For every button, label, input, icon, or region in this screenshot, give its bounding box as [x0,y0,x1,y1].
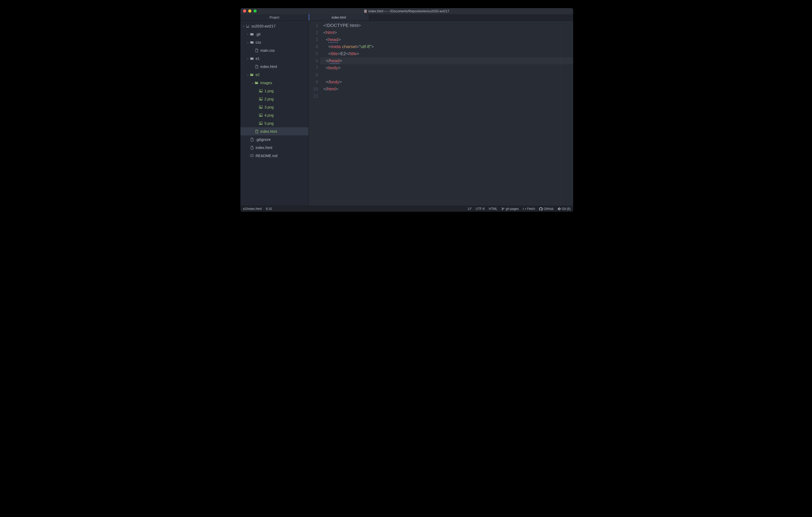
branch-icon [501,207,504,210]
editor-tabs[interactable]: index.html [309,14,573,21]
code-line[interactable]: <!DOCTYPE html> [323,22,573,29]
file-icon [250,138,254,142]
status-fetch-label: Fetch [527,207,535,211]
svg-point-5 [260,107,260,107]
status-lang[interactable]: HTML [489,207,498,211]
chevron-down-icon[interactable]: ⌄ [251,81,254,84]
code-line[interactable]: <html> [323,29,573,36]
folder-open-icon [250,73,254,77]
chevron-down-icon[interactable]: ⌄ [246,73,249,76]
maximize-icon[interactable] [254,9,257,12]
tree-label: e1 [256,57,260,61]
file-icon [250,146,254,150]
tree-label: images [260,81,272,85]
code-line[interactable] [323,71,573,79]
tree-5png[interactable]: 5.png [240,119,309,127]
status-branch-label: gh-pages [506,207,519,211]
tree-images[interactable]: ⌄images [240,79,309,87]
status-path[interactable]: e2/index.html [243,207,262,211]
sidebar: Project ⌄su2020-avt217›.git⌄cssmain.css⌄… [240,14,309,206]
tree-e1[interactable]: ⌄e1 [240,54,309,62]
close-icon[interactable] [243,9,246,12]
code-line[interactable]: <head> [323,36,573,43]
chevron-down-icon[interactable]: ⌄ [246,41,249,44]
tree-label: README.md [256,154,277,158]
fold-gutter [560,21,573,206]
status-git[interactable]: Git (6) [558,207,571,211]
code-line[interactable]: </body> [323,79,573,86]
git-icon [558,207,561,210]
tree-label: 4.png [264,113,273,117]
window-controls [243,9,257,12]
github-icon [539,207,543,211]
window-title: index.html — ~/Documents/Repositories/su… [368,9,450,13]
status-github-label: GitHub [544,207,553,211]
tree-css[interactable]: ⌄css [240,38,309,46]
gutter: 1234567891011 [309,21,320,206]
code-line[interactable]: </html> [323,86,573,93]
tree-2png[interactable]: 2.png [240,95,309,103]
chevron-down-icon[interactable]: ⌄ [246,57,249,60]
chevron-down-icon[interactable]: ⌄ [242,25,245,27]
tree-label: 5.png [264,121,273,125]
tree-root[interactable]: ⌄su2020-avt217 [240,22,309,30]
sync-icon [523,207,526,210]
tree-label: main.css [260,48,275,53]
title-text: index.html — ~/Documents/Repositories/su… [364,9,450,13]
tree-3png[interactable]: 3.png [240,103,309,111]
titlebar[interactable]: index.html — ~/Documents/Repositories/su… [240,8,573,14]
file-tree[interactable]: ⌄su2020-avt217›.git⌄cssmain.css⌄e1index.… [240,21,309,206]
tree-maincss[interactable]: main.css [240,46,309,54]
repo-icon [245,24,250,28]
editor-tab-index[interactable]: index.html [309,14,369,21]
active-line-highlight [320,57,573,64]
code-editor[interactable]: 1234567891011 <!DOCTYPE html><html> <hea… [309,21,573,206]
tree-label: index.html [260,65,277,69]
tree-gitignore[interactable]: .gitignore [240,135,309,144]
image-icon [259,89,263,93]
status-branch[interactable]: gh-pages [501,207,519,211]
tree-label: css [256,40,261,44]
image-icon [259,114,263,117]
tree-git[interactable]: ›.git [240,30,309,38]
status-github[interactable]: GitHub [539,207,553,211]
code-line[interactable]: <body> [323,64,573,71]
tree-label: 3.png [264,105,273,109]
file-icon [255,65,259,68]
book-icon [250,154,254,157]
tree-4png[interactable]: 4.png [240,111,309,119]
svg-point-7 [260,115,260,115]
tree-label: e2 [256,73,260,77]
tree-e2[interactable]: ⌄e2 [240,70,309,79]
editor-window: index.html — ~/Documents/Repositories/su… [240,8,573,212]
file-icon [255,49,259,52]
status-encoding[interactable]: UTF-8 [476,207,485,211]
image-icon [259,105,263,109]
file-icon [364,10,367,13]
image-icon [259,97,263,101]
editor-area: index.html 1234567891011 <!DOCTYPE html>… [309,14,573,206]
tree-label: index.html [260,129,277,133]
chevron-right-icon[interactable]: › [246,33,249,35]
sidebar-tab-project[interactable]: Project [240,14,309,21]
file-icon [255,130,259,133]
image-icon [259,122,263,125]
tree-readme[interactable]: README.md [240,152,309,160]
svg-point-1 [260,90,260,91]
minimize-icon[interactable] [248,9,252,12]
tree-label: index.html [256,146,272,150]
code-line[interactable] [323,93,573,99]
status-eol[interactable]: LF [468,207,472,211]
folder-icon [250,40,254,44]
tree-e2-index[interactable]: index.html [240,127,309,135]
tree-1png[interactable]: 1.png [240,87,309,95]
tree-e1-index[interactable]: index.html [240,62,309,70]
code-line[interactable]: <meta charset="utf-8"> [323,43,573,50]
code-line[interactable]: <title>E2</title> [323,50,573,57]
sidebar-tab-label: Project [269,16,279,19]
status-git-label: Git (6) [562,207,571,211]
status-cursor[interactable]: 6:10 [266,207,272,211]
status-bar: e2/index.html 6:10 LF UTF-8 HTML gh-page… [240,206,573,212]
tree-root-index[interactable]: index.html [240,144,309,152]
status-fetch[interactable]: Fetch [523,207,535,211]
